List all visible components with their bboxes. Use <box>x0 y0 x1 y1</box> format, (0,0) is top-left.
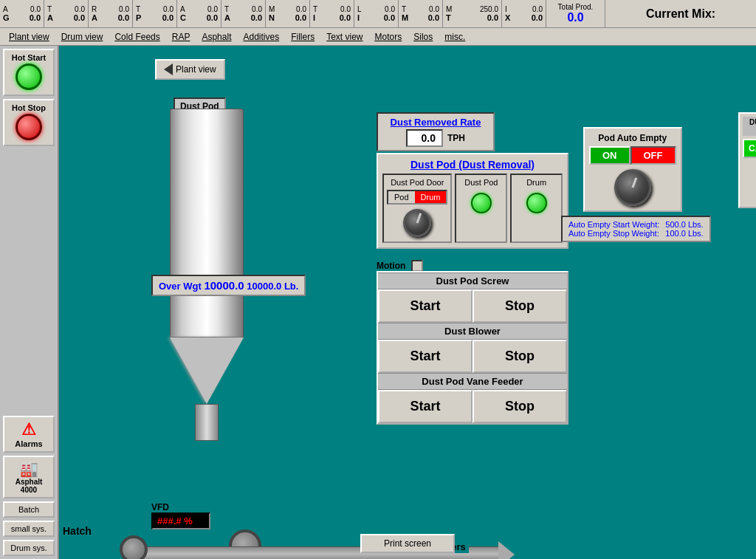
nav-misc[interactable]: misc. <box>439 31 471 43</box>
over-wgt-value2: 10000.0 <box>247 281 281 292</box>
over-wgt-value: 10000.0 <box>204 279 244 292</box>
cell-ag-label1: A <box>3 5 8 13</box>
dust-blower-stop-button[interactable]: Stop <box>472 340 567 373</box>
dust-removed-rate-title: Dust Removed Rate <box>384 117 487 128</box>
conveyor-arrow-icon <box>498 541 515 559</box>
dust-remove-rate-title: DUST REMOVE RA... <box>743 117 756 136</box>
cell-ix: I0.0 X0.0 <box>502 0 546 27</box>
cell-ta: T0.0 A0.0 <box>44 0 89 27</box>
cell-tn: T0.0 I0.0 <box>310 0 354 27</box>
drum-led <box>526 193 547 213</box>
auto-empty-knob[interactable] <box>614 169 651 206</box>
cell-ag-val2: 0.0 <box>30 13 41 22</box>
nav-asphalt[interactable]: Asphalt <box>196 31 237 43</box>
pod-drum-toggle: Pod Drum <box>387 190 447 205</box>
asphalt-icon: 🏭 <box>20 460 38 478</box>
cell-tc: T0.0 A0.0 <box>221 0 266 27</box>
dust-pod-vane-feeder-buttons: Start Stop <box>378 390 567 423</box>
sidebar: Hot Start Hot Stop ⚠ Alarms 🏭 Asphalt400… <box>0 46 59 559</box>
current-mix-label: Current Mix: <box>605 0 756 27</box>
alarm-icon: ⚠ <box>21 420 36 439</box>
dust-removal-panel: Dust Pod (Dust Removal) Dust Pod Door Po… <box>377 153 568 249</box>
auto-empty-on-button[interactable]: ON <box>589 146 630 165</box>
cell-rap: R0.0 A0.0 <box>89 0 133 27</box>
asphalt-label: Asphalt4000 <box>16 478 43 494</box>
door-knob[interactable] <box>403 209 431 237</box>
total-prod-value: 0.0 <box>567 11 583 24</box>
vfd-value: ###.# % <box>151 512 210 529</box>
dust-pod-led <box>471 193 492 213</box>
hot-start-button[interactable]: Hot Start <box>3 49 55 96</box>
cell-li: L0.0 I0.0 <box>354 0 399 27</box>
dust-pod-screw-start-button[interactable]: Start <box>378 289 472 323</box>
cell-ac: A0.0 C0.0 <box>177 0 221 27</box>
alarms-button[interactable]: ⚠ Alarms <box>3 416 55 453</box>
hot-stop-label: Hot Stop <box>12 103 46 112</box>
drum-sub-label: Drum <box>526 178 546 187</box>
dust-blower-title: Dust Blower <box>378 323 567 340</box>
drum-toggle-button[interactable]: Drum <box>415 191 447 203</box>
dust-remove-rate-panel: DUST REMOVE RA... CALC ENT <box>738 112 756 208</box>
dust-removed-rate-value: 0.0 <box>406 129 443 147</box>
pod-toggle-button[interactable]: Pod <box>388 191 415 203</box>
pod-auto-empty-title: Pod Auto Empty <box>589 133 676 143</box>
vfd-label: VFD <box>151 502 210 512</box>
dust-pod-screw-stop-button[interactable]: Stop <box>472 289 567 323</box>
small-sys-button[interactable]: small sys. <box>3 521 55 537</box>
nav-fillers[interactable]: Fillers <box>285 31 320 43</box>
top-status-bar: A0.0 G0.0 T0.0 A0.0 R0.0 A0.0 T0.0 P0.0 … <box>0 0 756 28</box>
hot-start-label: Hot Start <box>12 53 46 62</box>
auto-empty-off-button[interactable]: OFF <box>630 146 676 165</box>
auto-empty-start-value: 500.0 Lbs. <box>665 220 703 229</box>
dust-remove-rate-calc-button[interactable]: CALC <box>743 139 756 158</box>
asphalt-button[interactable]: 🏭 Asphalt4000 <box>3 456 55 498</box>
over-wgt-unit: Lb. <box>284 281 299 292</box>
dust-pod-sub-label: Dust Pod <box>464 178 498 187</box>
batch-label: Batch <box>18 505 39 514</box>
vfd-section: VFD ###.# % <box>151 502 210 529</box>
nav-drum-view[interactable]: Drum view <box>55 31 109 43</box>
print-screen-button[interactable]: Print screen <box>360 534 455 553</box>
nav-silos[interactable]: Silos <box>408 31 439 43</box>
cell-ag-val1: 0.0 <box>30 5 41 13</box>
nav-motors[interactable]: Motors <box>369 31 408 43</box>
drum-sys-button[interactable]: Drum sys. <box>3 540 55 556</box>
hot-stop-button[interactable]: Hot Stop <box>3 99 55 146</box>
dust-remove-rate-buttons: CALC ENT <box>743 139 756 158</box>
main-content: Hot Start Hot Stop ⚠ Alarms 🏭 Asphalt400… <box>0 46 756 559</box>
nav-additives[interactable]: Additives <box>237 31 285 43</box>
cell-mt: M250.0 T0.0 <box>443 0 502 27</box>
nav-rap[interactable]: RAP <box>166 31 196 43</box>
dust-blower-start-button[interactable]: Start <box>378 340 472 373</box>
conveyor-wheel-left <box>120 535 148 559</box>
dust-removed-rate-panel: Dust Removed Rate 0.0 TPH <box>377 112 495 151</box>
batch-button[interactable]: Batch <box>3 501 55 518</box>
auto-empty-start-label: Auto Empty Start Weight: <box>568 220 659 229</box>
cell-ag-label2: G <box>3 13 10 22</box>
dust-pod-vane-feeder-title: Dust Pod Vane Feeder <box>378 373 567 390</box>
on-off-toggle: ON OFF <box>589 146 676 165</box>
nav-text-view[interactable]: Text view <box>320 31 368 43</box>
dust-pod-door-label: Dust Pod Door <box>391 178 444 187</box>
nav-plant-view[interactable]: Plant view <box>3 31 55 43</box>
nav-bar: Plant view Drum view Cold Feeds RAP Asph… <box>0 28 756 46</box>
nav-cold-feeds[interactable]: Cold Feeds <box>109 31 165 43</box>
over-wgt-prefix: Over Wgt <box>159 281 202 292</box>
total-prod-panel: Total Prod. 0.0 <box>546 0 605 27</box>
silo-stem <box>195 404 219 441</box>
dust-pod-vane-feeder-start-button[interactable]: Start <box>378 390 472 423</box>
motion-checkbox[interactable] <box>411 260 423 272</box>
auto-empty-start-weight-row: Auto Empty Start Weight: 500.0 Lbs. <box>568 220 704 229</box>
work-area: Plant view Dust Pod Wgt 0.0 Lb. Over Wgt… <box>59 46 756 559</box>
small-sys-label: small sys. <box>11 524 47 533</box>
cell-tp: T0.0 P0.0 <box>133 0 177 27</box>
hot-start-led <box>16 64 42 90</box>
auto-empty-stop-weight-row: Auto Empty Stop Weight: 100.0 Lbs. <box>568 229 704 238</box>
alarms-label: Alarms <box>15 439 42 448</box>
motion-panel: Motion <box>377 260 423 272</box>
auto-empty-stop-label: Auto Empty Stop Weight: <box>568 229 659 238</box>
plant-view-button[interactable]: Plant view <box>155 59 225 80</box>
dust-pod-vane-feeder-stop-button[interactable]: Stop <box>472 390 567 423</box>
dust-pod-screw-title: Dust Pod Screw <box>378 272 567 289</box>
silo-body <box>170 109 244 337</box>
